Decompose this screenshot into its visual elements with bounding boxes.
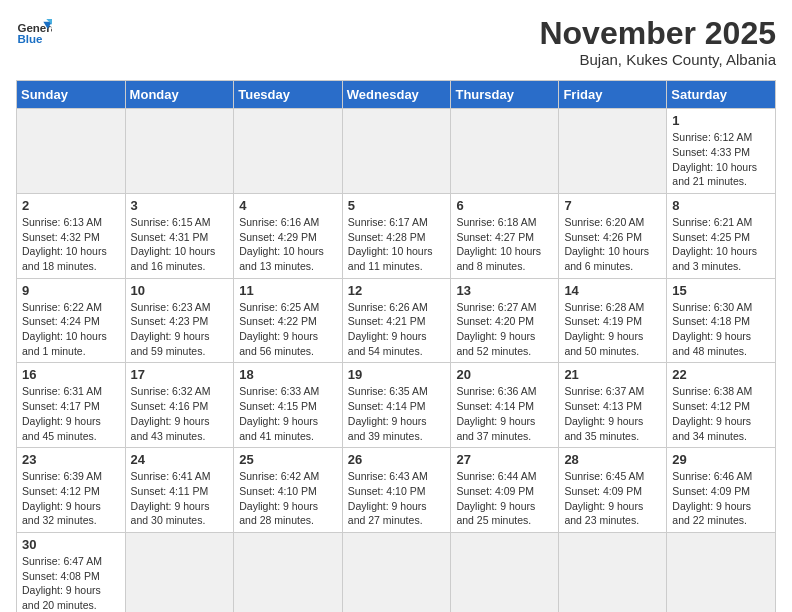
calendar-cell: 12Sunrise: 6:26 AM Sunset: 4:21 PM Dayli… [342, 278, 451, 363]
day-number: 22 [672, 367, 770, 382]
calendar-cell: 18Sunrise: 6:33 AM Sunset: 4:15 PM Dayli… [234, 363, 343, 448]
calendar-cell: 1Sunrise: 6:12 AM Sunset: 4:33 PM Daylig… [667, 109, 776, 194]
day-info: Sunrise: 6:27 AM Sunset: 4:20 PM Dayligh… [456, 300, 553, 359]
day-info: Sunrise: 6:12 AM Sunset: 4:33 PM Dayligh… [672, 130, 770, 189]
day-info: Sunrise: 6:45 AM Sunset: 4:09 PM Dayligh… [564, 469, 661, 528]
calendar-cell: 22Sunrise: 6:38 AM Sunset: 4:12 PM Dayli… [667, 363, 776, 448]
calendar-header-thursday: Thursday [451, 81, 559, 109]
day-number: 30 [22, 537, 120, 552]
day-info: Sunrise: 6:17 AM Sunset: 4:28 PM Dayligh… [348, 215, 446, 274]
day-number: 3 [131, 198, 229, 213]
calendar-cell: 14Sunrise: 6:28 AM Sunset: 4:19 PM Dayli… [559, 278, 667, 363]
calendar-cell: 26Sunrise: 6:43 AM Sunset: 4:10 PM Dayli… [342, 448, 451, 533]
day-number: 20 [456, 367, 553, 382]
day-number: 10 [131, 283, 229, 298]
day-info: Sunrise: 6:26 AM Sunset: 4:21 PM Dayligh… [348, 300, 446, 359]
day-info: Sunrise: 6:36 AM Sunset: 4:14 PM Dayligh… [456, 384, 553, 443]
calendar-cell: 3Sunrise: 6:15 AM Sunset: 4:31 PM Daylig… [125, 193, 234, 278]
calendar-cell: 7Sunrise: 6:20 AM Sunset: 4:26 PM Daylig… [559, 193, 667, 278]
calendar-week-row-6: 30Sunrise: 6:47 AM Sunset: 4:08 PM Dayli… [17, 532, 776, 612]
calendar-cell: 17Sunrise: 6:32 AM Sunset: 4:16 PM Dayli… [125, 363, 234, 448]
calendar-cell [17, 109, 126, 194]
day-number: 19 [348, 367, 446, 382]
day-info: Sunrise: 6:28 AM Sunset: 4:19 PM Dayligh… [564, 300, 661, 359]
day-info: Sunrise: 6:35 AM Sunset: 4:14 PM Dayligh… [348, 384, 446, 443]
calendar-cell: 30Sunrise: 6:47 AM Sunset: 4:08 PM Dayli… [17, 532, 126, 612]
calendar-cell: 16Sunrise: 6:31 AM Sunset: 4:17 PM Dayli… [17, 363, 126, 448]
calendar-cell: 5Sunrise: 6:17 AM Sunset: 4:28 PM Daylig… [342, 193, 451, 278]
day-info: Sunrise: 6:18 AM Sunset: 4:27 PM Dayligh… [456, 215, 553, 274]
calendar-cell: 25Sunrise: 6:42 AM Sunset: 4:10 PM Dayli… [234, 448, 343, 533]
calendar-week-row-5: 23Sunrise: 6:39 AM Sunset: 4:12 PM Dayli… [17, 448, 776, 533]
day-number: 17 [131, 367, 229, 382]
logo: General Blue [16, 16, 52, 52]
calendar-cell [559, 109, 667, 194]
calendar-table: SundayMondayTuesdayWednesdayThursdayFrid… [16, 80, 776, 612]
day-info: Sunrise: 6:30 AM Sunset: 4:18 PM Dayligh… [672, 300, 770, 359]
day-info: Sunrise: 6:22 AM Sunset: 4:24 PM Dayligh… [22, 300, 120, 359]
day-info: Sunrise: 6:33 AM Sunset: 4:15 PM Dayligh… [239, 384, 337, 443]
day-number: 12 [348, 283, 446, 298]
calendar-cell: 28Sunrise: 6:45 AM Sunset: 4:09 PM Dayli… [559, 448, 667, 533]
calendar-header-row: SundayMondayTuesdayWednesdayThursdayFrid… [17, 81, 776, 109]
day-info: Sunrise: 6:13 AM Sunset: 4:32 PM Dayligh… [22, 215, 120, 274]
day-info: Sunrise: 6:41 AM Sunset: 4:11 PM Dayligh… [131, 469, 229, 528]
calendar-cell: 9Sunrise: 6:22 AM Sunset: 4:24 PM Daylig… [17, 278, 126, 363]
calendar-week-row-1: 1Sunrise: 6:12 AM Sunset: 4:33 PM Daylig… [17, 109, 776, 194]
calendar-header-wednesday: Wednesday [342, 81, 451, 109]
day-info: Sunrise: 6:43 AM Sunset: 4:10 PM Dayligh… [348, 469, 446, 528]
day-info: Sunrise: 6:42 AM Sunset: 4:10 PM Dayligh… [239, 469, 337, 528]
calendar-cell [234, 109, 343, 194]
calendar-cell: 23Sunrise: 6:39 AM Sunset: 4:12 PM Dayli… [17, 448, 126, 533]
calendar-cell [451, 532, 559, 612]
day-info: Sunrise: 6:38 AM Sunset: 4:12 PM Dayligh… [672, 384, 770, 443]
calendar-cell [559, 532, 667, 612]
logo-icon: General Blue [16, 16, 52, 52]
calendar-cell: 20Sunrise: 6:36 AM Sunset: 4:14 PM Dayli… [451, 363, 559, 448]
day-info: Sunrise: 6:31 AM Sunset: 4:17 PM Dayligh… [22, 384, 120, 443]
day-number: 5 [348, 198, 446, 213]
calendar-cell: 11Sunrise: 6:25 AM Sunset: 4:22 PM Dayli… [234, 278, 343, 363]
calendar-cell: 10Sunrise: 6:23 AM Sunset: 4:23 PM Dayli… [125, 278, 234, 363]
day-number: 6 [456, 198, 553, 213]
calendar-cell [342, 532, 451, 612]
calendar-cell: 6Sunrise: 6:18 AM Sunset: 4:27 PM Daylig… [451, 193, 559, 278]
day-info: Sunrise: 6:20 AM Sunset: 4:26 PM Dayligh… [564, 215, 661, 274]
calendar-cell [125, 532, 234, 612]
calendar-header-friday: Friday [559, 81, 667, 109]
day-number: 16 [22, 367, 120, 382]
month-title: November 2025 [539, 16, 776, 51]
calendar-header-saturday: Saturday [667, 81, 776, 109]
calendar-cell: 19Sunrise: 6:35 AM Sunset: 4:14 PM Dayli… [342, 363, 451, 448]
day-number: 21 [564, 367, 661, 382]
day-number: 2 [22, 198, 120, 213]
calendar-cell [234, 532, 343, 612]
calendar-header-tuesday: Tuesday [234, 81, 343, 109]
calendar-cell: 15Sunrise: 6:30 AM Sunset: 4:18 PM Dayli… [667, 278, 776, 363]
day-info: Sunrise: 6:25 AM Sunset: 4:22 PM Dayligh… [239, 300, 337, 359]
calendar-cell: 24Sunrise: 6:41 AM Sunset: 4:11 PM Dayli… [125, 448, 234, 533]
day-number: 15 [672, 283, 770, 298]
calendar-cell: 4Sunrise: 6:16 AM Sunset: 4:29 PM Daylig… [234, 193, 343, 278]
day-info: Sunrise: 6:37 AM Sunset: 4:13 PM Dayligh… [564, 384, 661, 443]
svg-text:Blue: Blue [17, 33, 43, 45]
calendar-cell [451, 109, 559, 194]
day-number: 13 [456, 283, 553, 298]
calendar-cell: 2Sunrise: 6:13 AM Sunset: 4:32 PM Daylig… [17, 193, 126, 278]
day-number: 24 [131, 452, 229, 467]
calendar-cell: 21Sunrise: 6:37 AM Sunset: 4:13 PM Dayli… [559, 363, 667, 448]
calendar-cell [125, 109, 234, 194]
calendar-cell: 13Sunrise: 6:27 AM Sunset: 4:20 PM Dayli… [451, 278, 559, 363]
calendar-cell: 27Sunrise: 6:44 AM Sunset: 4:09 PM Dayli… [451, 448, 559, 533]
location-subtitle: Bujan, Kukes County, Albania [539, 51, 776, 68]
calendar-header-monday: Monday [125, 81, 234, 109]
day-info: Sunrise: 6:23 AM Sunset: 4:23 PM Dayligh… [131, 300, 229, 359]
day-info: Sunrise: 6:44 AM Sunset: 4:09 PM Dayligh… [456, 469, 553, 528]
day-number: 11 [239, 283, 337, 298]
day-number: 28 [564, 452, 661, 467]
day-info: Sunrise: 6:39 AM Sunset: 4:12 PM Dayligh… [22, 469, 120, 528]
day-number: 27 [456, 452, 553, 467]
day-number: 18 [239, 367, 337, 382]
day-number: 29 [672, 452, 770, 467]
calendar-cell: 8Sunrise: 6:21 AM Sunset: 4:25 PM Daylig… [667, 193, 776, 278]
